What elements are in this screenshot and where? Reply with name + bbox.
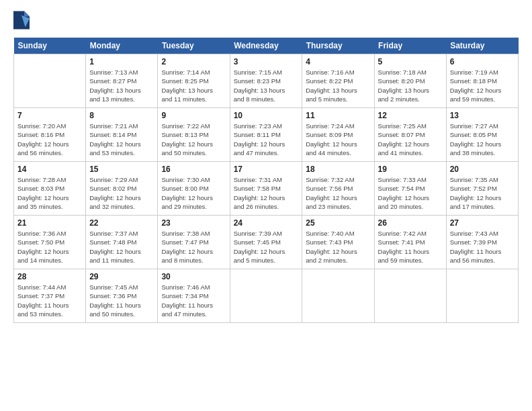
day-info: Sunrise: 7:21 AM Sunset: 8:14 PM Dayligh… [89, 122, 154, 157]
logo-icon [13, 11, 30, 30]
day-info: Sunrise: 7:36 AM Sunset: 7:50 PM Dayligh… [17, 229, 82, 265]
day-number: 29 [89, 272, 154, 281]
col-header-thursday: Thursday [302, 38, 374, 54]
day-number: 27 [450, 218, 515, 228]
day-info: Sunrise: 7:22 AM Sunset: 8:13 PM Dayligh… [161, 122, 226, 157]
day-info: Sunrise: 7:23 AM Sunset: 8:11 PM Dayligh… [234, 122, 299, 157]
week-row-5: 28Sunrise: 7:44 AM Sunset: 7:37 PM Dayli… [14, 269, 519, 323]
day-info: Sunrise: 7:19 AM Sunset: 8:18 PM Dayligh… [450, 68, 515, 103]
day-info: Sunrise: 7:46 AM Sunset: 7:34 PM Dayligh… [161, 283, 226, 318]
calendar-cell: 28Sunrise: 7:44 AM Sunset: 7:37 PM Dayli… [14, 269, 86, 323]
day-info: Sunrise: 7:38 AM Sunset: 7:47 PM Dayligh… [161, 229, 226, 265]
day-number: 15 [89, 165, 154, 174]
day-info: Sunrise: 7:29 AM Sunset: 8:02 PM Dayligh… [89, 175, 154, 211]
calendar-cell: 2Sunrise: 7:14 AM Sunset: 8:25 PM Daylig… [158, 54, 230, 108]
calendar-cell: 12Sunrise: 7:25 AM Sunset: 8:07 PM Dayli… [374, 108, 446, 162]
calendar-cell: 15Sunrise: 7:29 AM Sunset: 8:02 PM Dayli… [86, 162, 158, 216]
day-number: 14 [17, 165, 82, 174]
col-header-sunday: Sunday [14, 38, 86, 54]
svg-marker-1 [24, 11, 30, 16]
day-info: Sunrise: 7:32 AM Sunset: 7:56 PM Dayligh… [306, 175, 370, 211]
day-info: Sunrise: 7:14 AM Sunset: 8:25 PM Dayligh… [161, 68, 226, 103]
day-number: 17 [234, 165, 299, 174]
calendar-cell: 25Sunrise: 7:40 AM Sunset: 7:43 PM Dayli… [302, 216, 374, 269]
col-header-wednesday: Wednesday [230, 38, 302, 54]
day-number: 13 [450, 111, 515, 120]
col-header-tuesday: Tuesday [158, 38, 230, 54]
day-info: Sunrise: 7:42 AM Sunset: 7:41 PM Dayligh… [378, 229, 443, 265]
day-number: 11 [306, 111, 370, 120]
day-number: 24 [234, 218, 299, 228]
day-number: 1 [89, 57, 154, 66]
day-info: Sunrise: 7:13 AM Sunset: 8:27 PM Dayligh… [89, 68, 154, 103]
day-number: 28 [17, 272, 82, 281]
day-number: 12 [378, 111, 443, 120]
calendar-header-row: SundayMondayTuesdayWednesdayThursdayFrid… [14, 38, 519, 54]
calendar-cell [302, 269, 374, 323]
day-info: Sunrise: 7:18 AM Sunset: 8:20 PM Dayligh… [378, 68, 443, 103]
col-header-saturday: Saturday [446, 38, 518, 54]
col-header-friday: Friday [374, 38, 446, 54]
day-number: 21 [17, 218, 82, 228]
calendar-cell [14, 54, 86, 108]
week-row-2: 7Sunrise: 7:20 AM Sunset: 8:16 PM Daylig… [14, 108, 519, 162]
calendar-cell: 8Sunrise: 7:21 AM Sunset: 8:14 PM Daylig… [86, 108, 158, 162]
day-number: 7 [17, 111, 82, 120]
calendar-cell [374, 269, 446, 323]
day-number: 30 [161, 272, 226, 281]
day-number: 16 [161, 165, 226, 174]
day-info: Sunrise: 7:27 AM Sunset: 8:05 PM Dayligh… [450, 122, 515, 157]
day-number: 4 [306, 57, 370, 66]
calendar-cell: 29Sunrise: 7:45 AM Sunset: 7:36 PM Dayli… [86, 269, 158, 323]
day-number: 25 [306, 218, 370, 228]
calendar-cell: 27Sunrise: 7:43 AM Sunset: 7:39 PM Dayli… [446, 216, 518, 269]
logo [13, 11, 32, 30]
day-info: Sunrise: 7:28 AM Sunset: 8:03 PM Dayligh… [17, 175, 82, 211]
day-number: 6 [450, 57, 515, 66]
calendar-cell: 20Sunrise: 7:35 AM Sunset: 7:52 PM Dayli… [446, 162, 518, 216]
calendar-cell: 11Sunrise: 7:24 AM Sunset: 8:09 PM Dayli… [302, 108, 374, 162]
calendar-cell: 14Sunrise: 7:28 AM Sunset: 8:03 PM Dayli… [14, 162, 86, 216]
day-info: Sunrise: 7:45 AM Sunset: 7:36 PM Dayligh… [89, 283, 154, 318]
calendar-cell: 19Sunrise: 7:33 AM Sunset: 7:54 PM Dayli… [374, 162, 446, 216]
day-number: 2 [161, 57, 226, 66]
calendar-cell: 30Sunrise: 7:46 AM Sunset: 7:34 PM Dayli… [158, 269, 230, 323]
calendar-cell: 3Sunrise: 7:15 AM Sunset: 8:23 PM Daylig… [230, 54, 302, 108]
day-info: Sunrise: 7:30 AM Sunset: 8:00 PM Dayligh… [161, 175, 226, 211]
day-info: Sunrise: 7:37 AM Sunset: 7:48 PM Dayligh… [89, 229, 154, 265]
calendar-cell: 1Sunrise: 7:13 AM Sunset: 8:27 PM Daylig… [86, 54, 158, 108]
calendar-cell: 10Sunrise: 7:23 AM Sunset: 8:11 PM Dayli… [230, 108, 302, 162]
day-number: 18 [306, 165, 370, 174]
calendar-cell: 6Sunrise: 7:19 AM Sunset: 8:18 PM Daylig… [446, 54, 518, 108]
day-number: 19 [378, 165, 443, 174]
calendar-cell: 18Sunrise: 7:32 AM Sunset: 7:56 PM Dayli… [302, 162, 374, 216]
calendar-cell: 21Sunrise: 7:36 AM Sunset: 7:50 PM Dayli… [14, 216, 86, 269]
week-row-1: 1Sunrise: 7:13 AM Sunset: 8:27 PM Daylig… [14, 54, 519, 108]
calendar-cell: 9Sunrise: 7:22 AM Sunset: 8:13 PM Daylig… [158, 108, 230, 162]
calendar-table: SundayMondayTuesdayWednesdayThursdayFrid… [13, 38, 519, 323]
page: SundayMondayTuesdayWednesdayThursdayFrid… [0, 0, 532, 411]
calendar-cell: 5Sunrise: 7:18 AM Sunset: 8:20 PM Daylig… [374, 54, 446, 108]
day-info: Sunrise: 7:40 AM Sunset: 7:43 PM Dayligh… [306, 229, 370, 265]
calendar-cell: 16Sunrise: 7:30 AM Sunset: 8:00 PM Dayli… [158, 162, 230, 216]
week-row-4: 21Sunrise: 7:36 AM Sunset: 7:50 PM Dayli… [14, 216, 519, 269]
header [13, 11, 519, 30]
calendar-cell: 23Sunrise: 7:38 AM Sunset: 7:47 PM Dayli… [158, 216, 230, 269]
day-number: 23 [161, 218, 226, 228]
calendar-cell: 17Sunrise: 7:31 AM Sunset: 7:58 PM Dayli… [230, 162, 302, 216]
day-number: 5 [378, 57, 443, 66]
calendar-cell [446, 269, 518, 323]
calendar-cell: 24Sunrise: 7:39 AM Sunset: 7:45 PM Dayli… [230, 216, 302, 269]
col-header-monday: Monday [86, 38, 158, 54]
day-number: 8 [89, 111, 154, 120]
week-row-3: 14Sunrise: 7:28 AM Sunset: 8:03 PM Dayli… [14, 162, 519, 216]
day-info: Sunrise: 7:25 AM Sunset: 8:07 PM Dayligh… [378, 122, 443, 157]
day-info: Sunrise: 7:33 AM Sunset: 7:54 PM Dayligh… [378, 175, 443, 211]
day-number: 22 [89, 218, 154, 228]
day-number: 3 [234, 57, 299, 66]
day-info: Sunrise: 7:15 AM Sunset: 8:23 PM Dayligh… [234, 68, 299, 103]
day-info: Sunrise: 7:39 AM Sunset: 7:45 PM Dayligh… [234, 229, 299, 265]
calendar-cell: 22Sunrise: 7:37 AM Sunset: 7:48 PM Dayli… [86, 216, 158, 269]
day-number: 26 [378, 218, 443, 228]
calendar-cell: 7Sunrise: 7:20 AM Sunset: 8:16 PM Daylig… [14, 108, 86, 162]
